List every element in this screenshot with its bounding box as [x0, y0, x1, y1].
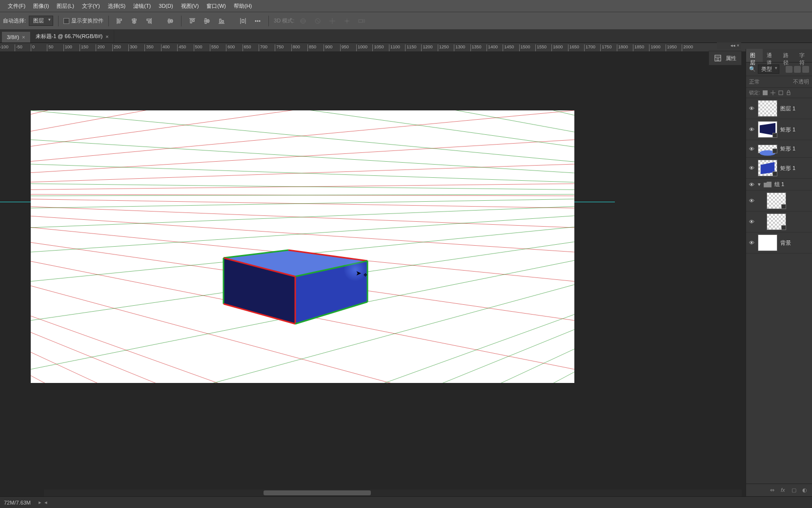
scrollbar-thumb[interactable] — [264, 490, 371, 495]
menu-filter[interactable]: 滤镜(T) — [129, 2, 155, 10]
document-tab[interactable]: 3/8#) × — [2, 32, 31, 42]
close-icon[interactable]: × — [105, 34, 108, 40]
layer-row[interactable]: 👁 — [746, 190, 812, 212]
document-tab[interactable]: 未标题-1 @ 66.7%(RGB/8#) × — [31, 30, 114, 42]
visibility-toggle-icon[interactable]: 👁 — [748, 165, 755, 171]
ruler-tick: 1550 — [535, 44, 547, 52]
layer-row[interactable]: 👁矩形 1 — [746, 140, 812, 158]
svg-rect-97 — [763, 90, 768, 95]
align-top-icon[interactable] — [186, 15, 198, 27]
lock-all-icon[interactable] — [786, 90, 792, 96]
search-icon[interactable]: 🔍 — [749, 66, 756, 72]
document-tabs: 3/8#) × 未标题-1 @ 66.7%(RGB/8#) × — [0, 29, 812, 43]
lock-label: 锁定: — [749, 89, 760, 96]
canvas[interactable] — [31, 110, 574, 383]
ruler-tick: 500 — [194, 44, 203, 52]
menu-3d[interactable]: 3D(D) — [155, 3, 177, 9]
layer-name[interactable]: 矩形 1 — [780, 165, 795, 172]
svg-line-63 — [31, 110, 574, 193]
ruler-tick: 450 — [177, 44, 186, 52]
menu-type[interactable]: 文字(Y) — [78, 2, 104, 10]
close-icon[interactable]: × — [22, 34, 25, 40]
menu-window[interactable]: 窗口(W) — [203, 2, 230, 10]
menu-help[interactable]: 帮助(H) — [230, 2, 256, 10]
align-vcenter-icon[interactable] — [201, 15, 213, 27]
status-arrow-icon[interactable]: ▸ — [39, 499, 41, 506]
align-center-h-icon[interactable] — [128, 15, 140, 27]
lock-position-icon[interactable] — [770, 90, 776, 96]
layer-row[interactable]: 👁矩形 1 — [746, 119, 812, 140]
adjustment-icon[interactable]: ◐ — [802, 487, 809, 494]
properties-button[interactable]: ◂◂ × 属性 — [709, 51, 742, 65]
status-arrow-left-icon[interactable]: ◂ — [44, 499, 47, 506]
show-transform-checkbox[interactable]: 显示变换控件 — [63, 17, 103, 24]
tab-channels[interactable]: 通道 — [763, 49, 779, 62]
svg-line-39 — [31, 184, 574, 193]
ruler-tick: 1600 — [551, 44, 563, 52]
layer-thumbnail[interactable] — [758, 145, 777, 153]
mask-icon[interactable]: ▢ — [792, 487, 798, 494]
layer-thumbnail[interactable] — [758, 160, 777, 176]
menu-file[interactable]: 文件(F) — [4, 2, 29, 10]
filter-adjust-icon[interactable] — [794, 66, 801, 73]
layer-thumbnail[interactable] — [767, 213, 786, 230]
visibility-toggle-icon[interactable]: 👁 — [748, 146, 755, 152]
filter-text-icon[interactable] — [802, 66, 809, 73]
layer-thumbnail[interactable] — [758, 234, 777, 251]
menu-image[interactable]: 图像(I) — [29, 2, 53, 10]
tab-paths[interactable]: 路径 — [779, 49, 796, 62]
svg-point-24 — [255, 20, 257, 21]
ruler-tick: 1350 — [470, 44, 482, 52]
menu-view[interactable]: 视图(V) — [177, 2, 203, 10]
menu-select[interactable]: 选择(S) — [104, 2, 130, 10]
3d-pan-icon — [326, 15, 338, 27]
layer-name[interactable]: 背景 — [780, 239, 791, 247]
layer-row[interactable]: 👁 — [746, 212, 812, 233]
layer-thumbnail[interactable] — [758, 100, 777, 117]
ruler-tick: -100 — [0, 44, 8, 52]
layer-group[interactable]: 👁▾组 1 — [746, 179, 812, 190]
filter-type-select[interactable]: 类型 — [758, 64, 779, 74]
svg-line-61 — [31, 110, 574, 193]
layer-name[interactable]: 矩形 1 — [780, 126, 795, 133]
blend-mode-select[interactable]: 正常 — [749, 78, 760, 85]
layer-thumbnail[interactable] — [758, 121, 777, 138]
align-right-icon[interactable] — [143, 15, 155, 27]
svg-line-88 — [480, 110, 574, 193]
panel-collapse-icon[interactable]: ◂◂ × — [717, 42, 741, 49]
layer-thumbnail[interactable] — [767, 192, 786, 209]
fx-icon[interactable]: fx — [781, 487, 788, 494]
more-options-icon[interactable] — [252, 15, 264, 27]
distribute-icon[interactable] — [237, 15, 249, 27]
horizontal-scrollbar[interactable] — [44, 489, 742, 496]
auto-select-target[interactable]: 图层 — [29, 16, 53, 26]
filter-image-icon[interactable] — [786, 66, 792, 73]
align-middle-icon[interactable] — [164, 15, 176, 27]
3d-camera-icon — [356, 15, 367, 27]
tab-layers[interactable]: 图层 — [746, 49, 763, 62]
menu-layer[interactable]: 图层(L) — [53, 2, 78, 10]
layer-name[interactable]: 图层 1 — [780, 105, 795, 112]
layer-row[interactable]: 👁背景 — [746, 233, 812, 254]
lock-pixels-icon[interactable] — [762, 90, 768, 96]
align-bottom-icon[interactable] — [216, 15, 227, 27]
tab-character[interactable]: 字符 — [795, 49, 812, 62]
align-left-icon[interactable] — [114, 15, 125, 27]
link-layers-icon[interactable]: ⇔ — [770, 487, 777, 494]
lock-artboard-icon[interactable] — [778, 90, 784, 96]
chevron-down-icon[interactable]: ▾ — [758, 181, 761, 188]
visibility-toggle-icon[interactable]: 👁 — [748, 127, 755, 132]
canvas-area[interactable]: ➤ ✥ — [0, 52, 812, 496]
visibility-toggle-icon[interactable]: 👁 — [748, 182, 755, 188]
svg-line-65 — [31, 110, 574, 193]
ruler-horizontal[interactable]: -100-50050100150200250300350400450500550… — [0, 43, 812, 52]
visibility-toggle-icon[interactable]: 👁 — [748, 106, 755, 111]
layer-name[interactable]: 矩形 1 — [780, 145, 795, 152]
layer-row[interactable]: 👁图层 1 — [746, 98, 812, 119]
visibility-toggle-icon[interactable]: 👁 — [748, 240, 755, 246]
visibility-toggle-icon[interactable]: 👁 — [748, 198, 755, 204]
layer-name[interactable]: 组 1 — [774, 181, 784, 188]
visibility-toggle-icon[interactable]: 👁 — [748, 219, 755, 225]
layer-row[interactable]: 👁矩形 1 — [746, 158, 812, 179]
ruler-tick: 1900 — [649, 44, 660, 52]
